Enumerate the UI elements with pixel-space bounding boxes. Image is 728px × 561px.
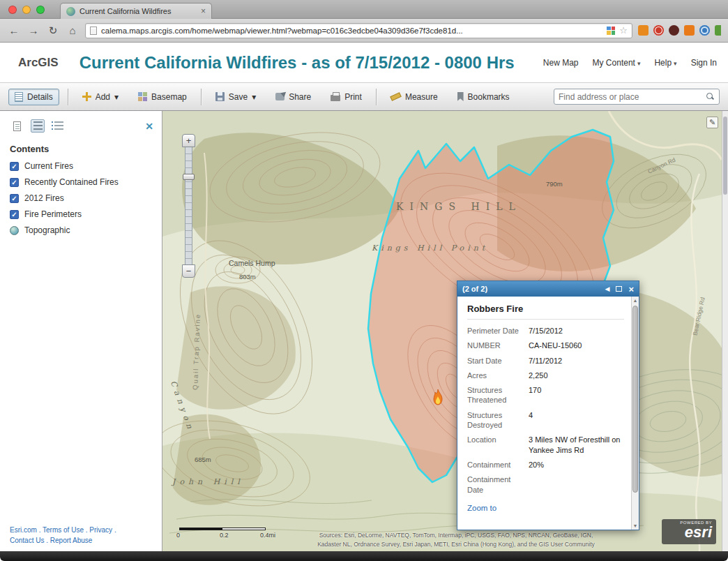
add-button[interactable]: Add ▾ <box>77 89 124 105</box>
pin-extension-icon[interactable] <box>715 25 721 36</box>
adblock-extension-icon[interactable] <box>653 25 664 36</box>
share-button[interactable]: Share <box>270 89 317 105</box>
basemap-icon <box>138 92 147 101</box>
link-separator: . <box>37 526 43 534</box>
bookmark-star-icon[interactable]: ☆ <box>619 26 628 35</box>
popup-scrollbar[interactable]: ▲ ▼ <box>631 297 639 530</box>
details-button[interactable]: Details <box>8 89 59 105</box>
zoom-slider-thumb[interactable] <box>183 174 195 180</box>
rss-extension-icon[interactable] <box>638 25 649 36</box>
page-scrollbar[interactable] <box>722 111 728 551</box>
save-button[interactable]: Save ▾ <box>210 89 261 105</box>
map-canvas[interactable]: KINGS HILL Kings Hill Point Camels Hump … <box>162 111 722 551</box>
checkbox-checked-icon[interactable]: ✓ <box>10 162 19 171</box>
capture-extension-icon[interactable] <box>607 27 615 35</box>
layer-label: Topographic <box>24 225 70 235</box>
layer-label: 2012 Fires <box>24 193 64 203</box>
clipper-extension-icon[interactable] <box>684 25 695 36</box>
ghostery-extension-icon[interactable] <box>669 25 679 36</box>
checkbox-checked-icon[interactable]: ✓ <box>10 178 19 187</box>
reload-button[interactable]: ↻ <box>46 24 60 37</box>
toolbar-separator <box>376 89 377 105</box>
table-row: Start Date7/11/2012 <box>467 356 624 366</box>
contact-us-link[interactable]: Contact Us <box>10 537 44 544</box>
browser-tab[interactable]: Current California Wildfires × <box>60 3 212 19</box>
my-content-link[interactable]: My Content▾ <box>593 58 641 68</box>
zoom-in-button[interactable]: + <box>182 134 195 147</box>
extension-icons <box>638 25 721 36</box>
scale-label-start: 0 <box>176 532 220 539</box>
legend-panel-tab[interactable] <box>52 119 66 133</box>
popup-scrollbar-thumb[interactable] <box>632 306 638 493</box>
layer-list: ✓ Current Fires ✓ Recently Contained Fir… <box>10 161 162 235</box>
arcgis-logo[interactable]: ArcGIS <box>18 56 59 70</box>
close-panel-icon[interactable]: ✕ <box>145 121 153 132</box>
close-popup-icon[interactable]: × <box>628 285 634 294</box>
scale-bar: 0 0.2 0.4mi <box>176 528 281 539</box>
tab-close-icon[interactable]: × <box>201 7 206 15</box>
table-row: NUMBERCA-NEU-15060 <box>467 341 624 350</box>
toolbar-separator <box>68 89 68 105</box>
zoom-slider[interactable]: + − <box>182 134 195 278</box>
map-edit-button[interactable]: ✎ <box>706 117 718 128</box>
app-header: ArcGIS Current California Wildfires - as… <box>0 43 728 82</box>
table-row: Perimeter Date7/15/2012 <box>467 326 624 336</box>
pencil-icon: ✎ <box>709 118 715 126</box>
scroll-up-icon[interactable]: ▲ <box>632 298 639 303</box>
zoom-to-link[interactable]: Zoom to <box>467 504 496 512</box>
forward-button[interactable]: → <box>26 24 40 36</box>
map-attribution: Sources: Esri, DeLorme, NAVTEQ, TomTom, … <box>267 531 645 550</box>
layer-item-topographic[interactable]: Topographic <box>10 225 162 235</box>
zoom-slider-track[interactable] <box>185 147 192 264</box>
contents-heading: Contents <box>10 144 162 154</box>
window-minimize-button[interactable] <box>22 6 31 14</box>
link-separator: . <box>112 526 116 534</box>
previous-feature-icon[interactable]: ◀ <box>605 285 609 292</box>
home-button[interactable]: ⌂ <box>66 24 79 36</box>
layer-item-recently-contained-fires[interactable]: ✓ Recently Contained Fires <box>10 177 162 187</box>
table-row: Containment Date <box>467 474 624 495</box>
map-label-kings-hill-point: Kings Hill Point <box>372 244 488 253</box>
terms-link[interactable]: Terms of Use <box>43 526 84 534</box>
page-scrollbar-thumb[interactable] <box>723 117 727 195</box>
globe-extension-icon[interactable] <box>699 25 710 36</box>
zoom-out-button[interactable]: − <box>182 264 195 278</box>
popup-header[interactable]: (2 of 2) ◀ × <box>457 281 639 297</box>
layer-item-2012-fires[interactable]: ✓ 2012 Fires <box>10 193 162 203</box>
basemap-button[interactable]: Basemap <box>132 89 192 105</box>
back-button[interactable]: ← <box>7 24 21 36</box>
table-row: Structures Threatened170 <box>467 385 624 405</box>
sign-in-link[interactable]: Sign In <box>691 58 717 68</box>
checkbox-checked-icon[interactable]: ✓ <box>10 194 19 203</box>
main-content: ✕ Contents ✓ Current Fires ✓ Recently Co… <box>0 111 728 551</box>
layer-item-current-fires[interactable]: ✓ Current Fires <box>10 161 162 171</box>
find-address-search[interactable] <box>554 89 720 105</box>
search-input[interactable] <box>559 92 702 102</box>
search-icon[interactable] <box>706 92 715 101</box>
privacy-link[interactable]: Privacy <box>89 526 112 534</box>
esri-wordmark: esri <box>666 525 712 540</box>
layer-item-fire-perimeters[interactable]: ✓ Fire Perimeters <box>10 209 162 219</box>
url-text[interactable]: calema.maps.arcgis.com/home/webmap/viewe… <box>101 27 602 35</box>
esri-com-link[interactable]: Esri.com <box>10 526 37 534</box>
new-map-link[interactable]: New Map <box>543 58 579 68</box>
report-abuse-link[interactable]: Report Abuse <box>50 537 93 544</box>
maximize-icon[interactable] <box>616 286 622 292</box>
link-separator: . <box>44 537 50 544</box>
measure-button[interactable]: Measure <box>385 89 443 105</box>
help-link[interactable]: Help▾ <box>654 58 676 68</box>
about-panel-tab[interactable] <box>10 119 24 133</box>
print-button[interactable]: Print <box>325 89 367 105</box>
checkbox-checked-icon[interactable]: ✓ <box>10 210 19 219</box>
window-zoom-button[interactable] <box>36 6 45 14</box>
table-row: Structures Destroyed4 <box>467 410 624 431</box>
page-icon <box>90 27 97 35</box>
basemap-globe-icon <box>10 226 19 235</box>
scroll-down-icon[interactable]: ▼ <box>632 523 639 528</box>
browser-window: Current California Wildfires × ← → ↻ ⌂ c… <box>0 0 728 561</box>
address-bar[interactable]: calema.maps.arcgis.com/home/webmap/viewe… <box>85 23 632 38</box>
contents-panel-tab[interactable] <box>31 119 45 133</box>
feature-popup: (2 of 2) ◀ × Robbers Fire Perimeter Date… <box>457 280 639 530</box>
window-close-button[interactable] <box>8 6 17 14</box>
bookmarks-button[interactable]: Bookmarks <box>452 89 515 105</box>
